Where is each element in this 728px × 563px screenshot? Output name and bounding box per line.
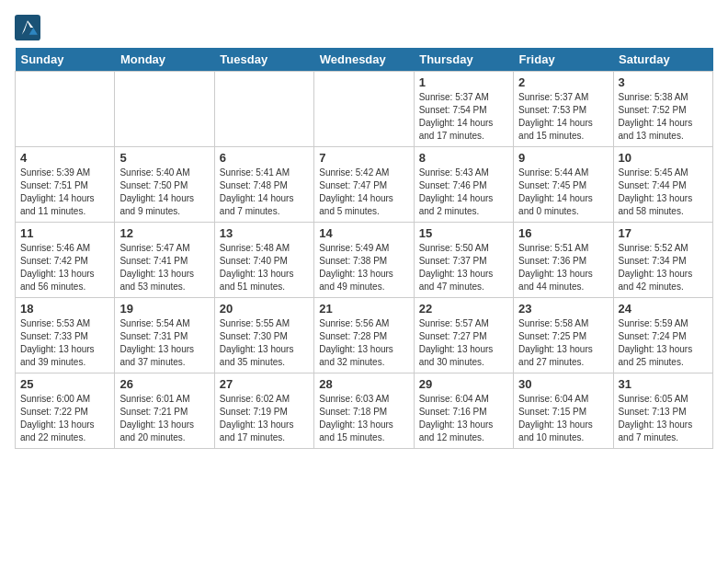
day-cell: 23Sunrise: 5:58 AM Sunset: 7:25 PM Dayli…	[514, 298, 613, 373]
day-cell: 5Sunrise: 5:40 AM Sunset: 7:50 PM Daylig…	[115, 147, 214, 223]
day-cell: 16Sunrise: 5:51 AM Sunset: 7:36 PM Dayli…	[514, 223, 613, 298]
day-cell: 24Sunrise: 5:59 AM Sunset: 7:24 PM Dayli…	[613, 298, 712, 373]
day-cell: 21Sunrise: 5:56 AM Sunset: 7:28 PM Dayli…	[314, 298, 414, 373]
day-info: Sunrise: 5:39 AM Sunset: 7:51 PM Dayligh…	[20, 167, 109, 218]
day-info: Sunrise: 6:04 AM Sunset: 7:15 PM Dayligh…	[518, 393, 608, 444]
day-number: 10	[619, 151, 708, 165]
day-number: 22	[419, 302, 508, 316]
week-row-4: 18Sunrise: 5:53 AM Sunset: 7:33 PM Dayli…	[16, 298, 713, 373]
day-cell: 28Sunrise: 6:03 AM Sunset: 7:18 PM Dayli…	[314, 373, 414, 449]
day-info: Sunrise: 5:55 AM Sunset: 7:30 PM Dayligh…	[220, 317, 309, 369]
day-number: 4	[20, 151, 109, 165]
day-cell: 1Sunrise: 5:37 AM Sunset: 7:54 PM Daylig…	[414, 72, 513, 147]
day-info: Sunrise: 5:41 AM Sunset: 7:48 PM Dayligh…	[220, 167, 309, 218]
day-info: Sunrise: 5:47 AM Sunset: 7:41 PM Dayligh…	[119, 242, 209, 293]
day-info: Sunrise: 6:00 AM Sunset: 7:22 PM Dayligh…	[20, 393, 109, 444]
day-number: 25	[20, 377, 109, 391]
day-cell	[16, 72, 115, 147]
day-number: 21	[319, 302, 408, 316]
day-number: 5	[119, 151, 209, 165]
day-info: Sunrise: 5:43 AM Sunset: 7:46 PM Dayligh…	[419, 167, 508, 218]
day-info: Sunrise: 5:42 AM Sunset: 7:47 PM Dayligh…	[319, 167, 408, 218]
day-number: 27	[220, 377, 309, 391]
day-number: 24	[619, 302, 708, 316]
day-cell: 10Sunrise: 5:45 AM Sunset: 7:44 PM Dayli…	[613, 147, 712, 223]
day-number: 28	[319, 377, 408, 391]
day-info: Sunrise: 5:37 AM Sunset: 7:54 PM Dayligh…	[419, 91, 508, 143]
day-number: 18	[20, 302, 109, 316]
day-number: 8	[419, 151, 508, 165]
day-cell: 26Sunrise: 6:01 AM Sunset: 7:21 PM Dayli…	[115, 373, 214, 449]
logo	[15, 15, 44, 40]
day-cell: 11Sunrise: 5:46 AM Sunset: 7:42 PM Dayli…	[16, 223, 115, 298]
day-info: Sunrise: 5:46 AM Sunset: 7:42 PM Dayligh…	[20, 242, 109, 293]
day-number: 31	[619, 377, 708, 391]
col-header-wednesday: Wednesday	[314, 48, 414, 72]
day-info: Sunrise: 6:03 AM Sunset: 7:18 PM Dayligh…	[319, 393, 408, 444]
day-info: Sunrise: 5:40 AM Sunset: 7:50 PM Dayligh…	[119, 167, 209, 218]
day-number: 3	[619, 75, 708, 89]
day-number: 1	[419, 75, 508, 89]
day-number: 13	[220, 226, 309, 240]
week-row-2: 4Sunrise: 5:39 AM Sunset: 7:51 PM Daylig…	[16, 147, 713, 223]
day-info: Sunrise: 5:45 AM Sunset: 7:44 PM Dayligh…	[619, 167, 708, 218]
day-cell: 15Sunrise: 5:50 AM Sunset: 7:37 PM Dayli…	[414, 223, 513, 298]
day-cell: 31Sunrise: 6:05 AM Sunset: 7:13 PM Dayli…	[613, 373, 712, 449]
day-number: 9	[518, 151, 608, 165]
day-info: Sunrise: 5:37 AM Sunset: 7:53 PM Dayligh…	[518, 91, 608, 143]
day-number: 23	[518, 302, 608, 316]
day-number: 2	[518, 75, 608, 89]
day-cell: 29Sunrise: 6:04 AM Sunset: 7:16 PM Dayli…	[414, 373, 513, 449]
day-number: 26	[119, 377, 209, 391]
day-info: Sunrise: 5:53 AM Sunset: 7:33 PM Dayligh…	[20, 317, 109, 369]
logo-icon	[15, 15, 40, 40]
day-cell	[214, 72, 313, 147]
day-number: 19	[119, 302, 209, 316]
week-row-3: 11Sunrise: 5:46 AM Sunset: 7:42 PM Dayli…	[16, 223, 713, 298]
day-info: Sunrise: 6:02 AM Sunset: 7:19 PM Dayligh…	[220, 393, 309, 444]
col-header-friday: Friday	[514, 48, 613, 72]
week-row-1: 1Sunrise: 5:37 AM Sunset: 7:54 PM Daylig…	[16, 72, 713, 147]
day-cell: 2Sunrise: 5:37 AM Sunset: 7:53 PM Daylig…	[514, 72, 613, 147]
calendar-table: SundayMondayTuesdayWednesdayThursdayFrid…	[15, 48, 713, 449]
day-cell: 6Sunrise: 5:41 AM Sunset: 7:48 PM Daylig…	[214, 147, 313, 223]
col-header-thursday: Thursday	[414, 48, 513, 72]
day-number: 6	[220, 151, 309, 165]
week-row-5: 25Sunrise: 6:00 AM Sunset: 7:22 PM Dayli…	[16, 373, 713, 449]
col-header-tuesday: Tuesday	[214, 48, 313, 72]
day-number: 7	[319, 151, 408, 165]
col-header-monday: Monday	[115, 48, 214, 72]
day-info: Sunrise: 6:04 AM Sunset: 7:16 PM Dayligh…	[419, 393, 508, 444]
day-cell: 22Sunrise: 5:57 AM Sunset: 7:27 PM Dayli…	[414, 298, 513, 373]
day-number: 12	[119, 226, 209, 240]
day-cell: 4Sunrise: 5:39 AM Sunset: 7:51 PM Daylig…	[16, 147, 115, 223]
day-cell: 27Sunrise: 6:02 AM Sunset: 7:19 PM Dayli…	[214, 373, 313, 449]
day-cell: 19Sunrise: 5:54 AM Sunset: 7:31 PM Dayli…	[115, 298, 214, 373]
day-number: 15	[419, 226, 508, 240]
day-number: 11	[20, 226, 109, 240]
day-info: Sunrise: 5:57 AM Sunset: 7:27 PM Dayligh…	[419, 317, 508, 369]
day-info: Sunrise: 5:51 AM Sunset: 7:36 PM Dayligh…	[518, 242, 608, 293]
day-cell: 18Sunrise: 5:53 AM Sunset: 7:33 PM Dayli…	[16, 298, 115, 373]
day-number: 17	[619, 226, 708, 240]
day-info: Sunrise: 5:59 AM Sunset: 7:24 PM Dayligh…	[619, 317, 708, 369]
header-row: SundayMondayTuesdayWednesdayThursdayFrid…	[16, 48, 713, 72]
day-cell: 7Sunrise: 5:42 AM Sunset: 7:47 PM Daylig…	[314, 147, 414, 223]
day-cell: 17Sunrise: 5:52 AM Sunset: 7:34 PM Dayli…	[613, 223, 712, 298]
day-info: Sunrise: 5:54 AM Sunset: 7:31 PM Dayligh…	[119, 317, 209, 369]
day-cell: 14Sunrise: 5:49 AM Sunset: 7:38 PM Dayli…	[314, 223, 414, 298]
day-cell: 3Sunrise: 5:38 AM Sunset: 7:52 PM Daylig…	[613, 72, 712, 147]
day-cell: 30Sunrise: 6:04 AM Sunset: 7:15 PM Dayli…	[514, 373, 613, 449]
day-cell	[115, 72, 214, 147]
day-info: Sunrise: 6:05 AM Sunset: 7:13 PM Dayligh…	[619, 393, 708, 444]
day-info: Sunrise: 6:01 AM Sunset: 7:21 PM Dayligh…	[119, 393, 209, 444]
day-cell: 13Sunrise: 5:48 AM Sunset: 7:40 PM Dayli…	[214, 223, 313, 298]
day-cell	[314, 72, 414, 147]
day-info: Sunrise: 5:56 AM Sunset: 7:28 PM Dayligh…	[319, 317, 408, 369]
day-cell: 9Sunrise: 5:44 AM Sunset: 7:45 PM Daylig…	[514, 147, 613, 223]
day-cell: 25Sunrise: 6:00 AM Sunset: 7:22 PM Dayli…	[16, 373, 115, 449]
day-cell: 20Sunrise: 5:55 AM Sunset: 7:30 PM Dayli…	[214, 298, 313, 373]
day-info: Sunrise: 5:48 AM Sunset: 7:40 PM Dayligh…	[220, 242, 309, 293]
day-number: 16	[518, 226, 608, 240]
day-info: Sunrise: 5:44 AM Sunset: 7:45 PM Dayligh…	[518, 167, 608, 218]
